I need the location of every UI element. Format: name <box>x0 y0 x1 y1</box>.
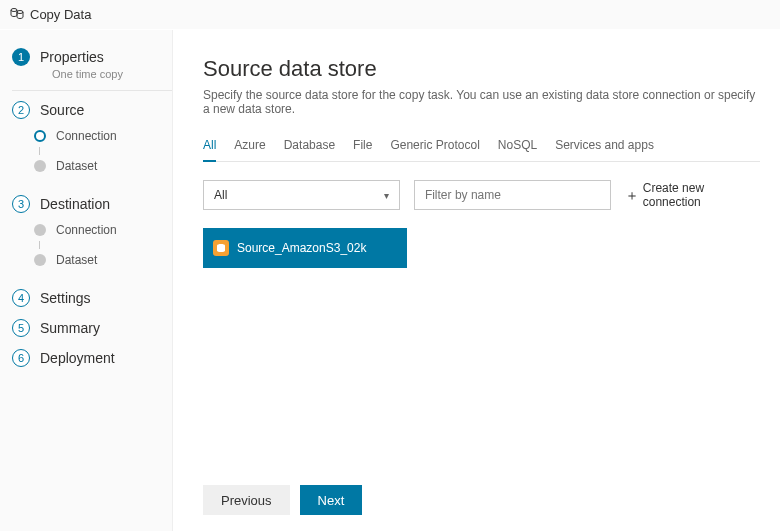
app-title: Copy Data <box>30 7 91 22</box>
substep-label: Dataset <box>56 159 97 173</box>
tab-file[interactable]: File <box>353 134 372 161</box>
category-select[interactable]: All ▾ <box>203 180 400 210</box>
amazon-s3-icon <box>213 240 229 256</box>
step-label: Summary <box>40 320 100 336</box>
page-title: Source data store <box>203 56 760 82</box>
step-label: Properties <box>40 49 104 65</box>
connection-card-source-amazons3[interactable]: Source_AmazonS3_02k <box>203 228 407 268</box>
step-number-icon: 1 <box>12 48 30 66</box>
step-number-icon: 4 <box>12 289 30 307</box>
step-label: Destination <box>40 196 110 212</box>
substep-label: Connection <box>56 129 117 143</box>
step-number-icon: 5 <box>12 319 30 337</box>
step-number-icon: 2 <box>12 101 30 119</box>
connection-name: Source_AmazonS3_02k <box>237 241 366 255</box>
substep-dot-icon <box>34 254 46 266</box>
create-new-connection-button[interactable]: ＋ Create new connection <box>625 181 760 209</box>
step-destination[interactable]: 3 Destination Connection Dataset <box>0 189 172 283</box>
step-label: Source <box>40 102 84 118</box>
substep-source-dataset[interactable]: Dataset <box>30 155 172 177</box>
tab-all[interactable]: All <box>203 134 216 162</box>
category-tabs: All Azure Database File Generic Protocol… <box>203 134 760 162</box>
step-number-icon: 3 <box>12 195 30 213</box>
tab-database[interactable]: Database <box>284 134 335 161</box>
page-description: Specify the source data store for the co… <box>203 88 760 116</box>
substep-label: Dataset <box>56 253 97 267</box>
wizard-sidebar: 1 Properties One time copy 2 Source Conn… <box>0 30 172 531</box>
create-label: Create new connection <box>643 181 760 209</box>
filter-by-name-input[interactable] <box>414 180 611 210</box>
divider <box>12 90 172 91</box>
app-titlebar: Copy Data <box>0 0 780 30</box>
wizard-footer: Previous Next <box>173 485 780 531</box>
step-properties[interactable]: 1 Properties One time copy <box>0 42 172 86</box>
substep-dot-icon <box>34 160 46 172</box>
step-settings[interactable]: 4 Settings <box>0 283 172 313</box>
substep-dot-icon <box>34 130 46 142</box>
step-source[interactable]: 2 Source Connection Dataset <box>0 95 172 189</box>
substep-destination-dataset[interactable]: Dataset <box>30 249 172 271</box>
substep-label: Connection <box>56 223 117 237</box>
step-subtitle: One time copy <box>52 68 172 80</box>
svg-point-1 <box>17 11 23 14</box>
tab-generic-protocol[interactable]: Generic Protocol <box>390 134 479 161</box>
substep-dot-icon <box>34 224 46 236</box>
connector-line <box>39 241 40 249</box>
tab-nosql[interactable]: NoSQL <box>498 134 537 161</box>
step-summary[interactable]: 5 Summary <box>0 313 172 343</box>
chevron-down-icon: ▾ <box>384 190 389 201</box>
step-label: Settings <box>40 290 91 306</box>
main-panel: Source data store Specify the source dat… <box>172 30 780 531</box>
step-label: Deployment <box>40 350 115 366</box>
svg-point-0 <box>11 9 17 12</box>
step-number-icon: 6 <box>12 349 30 367</box>
previous-button[interactable]: Previous <box>203 485 290 515</box>
tab-azure[interactable]: Azure <box>234 134 265 161</box>
next-button[interactable]: Next <box>300 485 363 515</box>
substep-destination-connection[interactable]: Connection <box>30 219 172 241</box>
substep-source-connection[interactable]: Connection <box>30 125 172 147</box>
plus-icon: ＋ <box>625 188 639 202</box>
step-deployment[interactable]: 6 Deployment <box>0 343 172 373</box>
connector-line <box>39 147 40 155</box>
copy-data-icon <box>10 7 24 22</box>
select-value: All <box>214 188 227 202</box>
tab-services-and-apps[interactable]: Services and apps <box>555 134 654 161</box>
